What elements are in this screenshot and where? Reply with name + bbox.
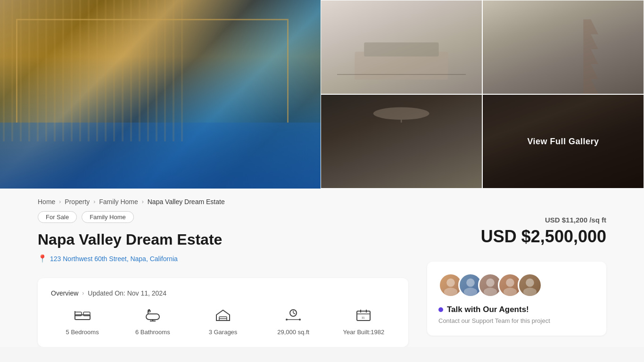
svg-point-31 — [486, 279, 495, 287]
property-address: 📍 123 Northwest 60th Street, Napa, Calif… — [38, 254, 408, 263]
bathrooms-label: 6 Bathrooms — [135, 329, 170, 336]
svg-rect-22 — [357, 311, 370, 321]
svg-rect-11 — [146, 314, 159, 320]
address-link[interactable]: 123 Northwest 60th Street, Napa, Califor… — [50, 255, 178, 263]
dot-icon — [438, 307, 443, 312]
gallery-thumb-stairs[interactable] — [482, 0, 644, 94]
svg-point-36 — [523, 288, 537, 296]
area-icon — [285, 308, 302, 325]
overview-card: Overview › Updated On: Nov 11, 2024 — [38, 278, 408, 347]
svg-point-20 — [286, 319, 288, 321]
year-label: Year Built:1982 — [343, 329, 385, 336]
svg-point-29 — [466, 279, 475, 287]
svg-point-32 — [484, 288, 497, 296]
view-gallery-text: View Full Gallery — [527, 137, 599, 147]
chevron-right-icon: › — [82, 290, 84, 296]
calendar-icon: 31 — [355, 308, 372, 325]
agents-title-text: Talk with Our Agents! — [447, 305, 529, 314]
svg-point-30 — [464, 288, 477, 296]
agent-avatar-5 — [518, 273, 542, 297]
feature-bedrooms: 5 Bedrooms — [51, 308, 114, 336]
bed-icon — [74, 308, 91, 325]
agents-subtitle: Contact our Support Team for this projec… — [438, 317, 595, 324]
main-content: For Sale Family Home Napa Valley Dream E… — [0, 211, 644, 347]
breadcrumb-current: Napa Valley Dream Estate — [148, 198, 225, 206]
overview-date: Updated On: Nov 11, 2024 — [88, 289, 166, 297]
svg-rect-1 — [0, 0, 189, 141]
feature-bathrooms: 6 Bathrooms — [121, 308, 184, 336]
svg-rect-3 — [364, 42, 438, 57]
tag-for-sale: For Sale — [38, 211, 77, 223]
property-tags: For Sale Family Home — [38, 211, 408, 223]
svg-line-19 — [293, 313, 295, 314]
gallery-thumb-bedroom[interactable]: View Full Gallery — [482, 94, 644, 189]
page-content: Home › Property › Family Home › Napa Val… — [0, 189, 644, 347]
breadcrumb-sep-3: › — [142, 198, 144, 205]
agents-avatars — [438, 273, 595, 297]
svg-text:31: 31 — [362, 316, 365, 319]
price-per-sqft: USD $11,200 /sq ft — [427, 216, 606, 224]
main-price: USD $2,500,000 — [427, 227, 606, 247]
garages-label: 3 Garages — [209, 329, 238, 336]
area-label: 29,000 sq.ft — [277, 329, 309, 336]
gallery: View Full Gallery — [0, 0, 644, 189]
features-list: 5 Bedrooms 6 — [51, 308, 395, 336]
breadcrumb-family-home[interactable]: Family Home — [99, 198, 138, 206]
feature-garages: 3 Garages — [191, 308, 254, 336]
breadcrumb-home[interactable]: Home — [38, 198, 55, 206]
price-per-sqft-value: USD $11,200 /sq ft — [545, 216, 606, 224]
gallery-thumb-kitchen[interactable] — [321, 94, 482, 189]
svg-point-21 — [299, 319, 301, 321]
agents-card: Talk with Our Agents! Contact our Suppor… — [427, 262, 606, 336]
breadcrumb-sep-2: › — [93, 198, 95, 205]
svg-point-28 — [444, 288, 457, 296]
gallery-thumb-living[interactable] — [321, 0, 482, 94]
bath-icon — [144, 308, 161, 325]
bedrooms-label: 5 Bedrooms — [66, 329, 99, 336]
agents-title: Talk with Our Agents! — [438, 305, 595, 314]
breadcrumb-property[interactable]: Property — [65, 198, 90, 206]
feature-year: 31 Year Built:1982 — [332, 308, 395, 336]
tag-family-home: Family Home — [82, 211, 134, 223]
view-gallery-overlay[interactable]: View Full Gallery — [483, 95, 644, 188]
breadcrumb: Home › Property › Family Home › Napa Val… — [0, 189, 644, 211]
feature-area: 29,000 sq.ft — [262, 308, 325, 336]
location-icon: 📍 — [38, 254, 47, 263]
overview-title: Overview — [51, 289, 78, 297]
right-column: USD $11,200 /sq ft USD $2,500,000 — [427, 211, 606, 347]
garage-icon — [215, 308, 231, 325]
svg-point-27 — [446, 279, 455, 287]
left-column: For Sale Family Home Napa Valley Dream E… — [38, 211, 408, 347]
gallery-main-image[interactable] — [0, 0, 321, 189]
svg-point-33 — [506, 279, 514, 287]
svg-point-35 — [526, 279, 534, 287]
overview-header: Overview › Updated On: Nov 11, 2024 — [51, 289, 395, 297]
svg-point-34 — [504, 288, 517, 296]
breadcrumb-sep-1: › — [59, 198, 61, 205]
property-title: Napa Valley Dream Estate — [38, 230, 408, 248]
